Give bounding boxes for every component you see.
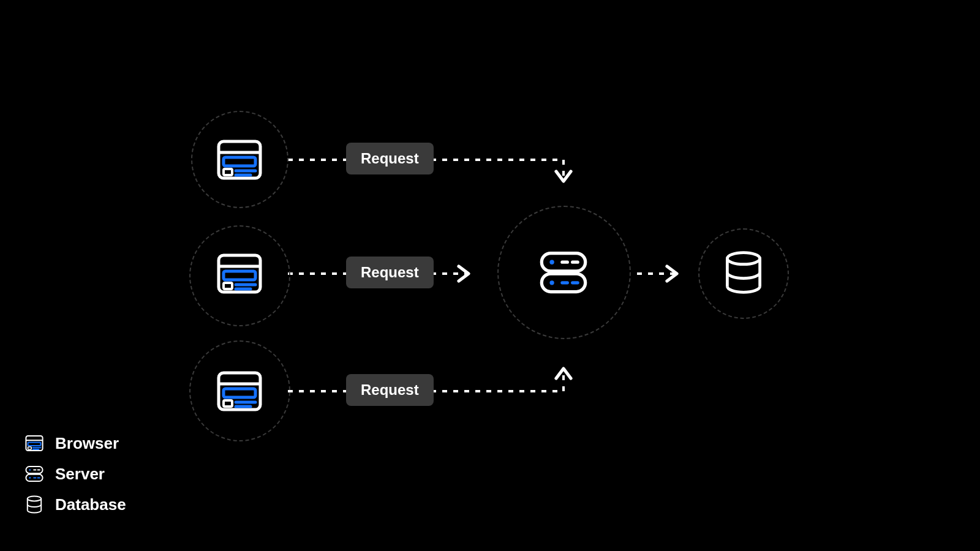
request-pill: Request [346,374,434,406]
legend-label: Database [55,495,126,514]
browser-icon [215,365,264,418]
browser-node [215,367,264,416]
browser-icon [215,247,264,300]
connectors [0,0,980,551]
request-pill: Request [346,143,434,174]
browser-node [215,135,264,184]
browser-icon [24,433,44,453]
legend-label: Browser [55,434,119,453]
server-icon [24,464,44,484]
server-icon [538,245,589,300]
database-icon [720,249,767,296]
request-label: Request [361,150,419,167]
database-node [720,249,767,296]
browser-node [215,249,264,298]
legend: Browser Server Database [24,433,126,514]
database-icon [24,495,44,514]
legend-label: Server [55,465,105,484]
request-label: Request [361,264,419,281]
legend-row-browser: Browser [24,433,126,453]
legend-row-server: Server [24,464,126,484]
request-label: Request [361,381,419,399]
diagram-stage: { "labels": { "request1": "Request", "re… [0,0,980,551]
browser-icon [215,133,264,186]
server-node [538,247,589,298]
request-pill: Request [346,257,434,288]
legend-row-database: Database [24,495,126,514]
